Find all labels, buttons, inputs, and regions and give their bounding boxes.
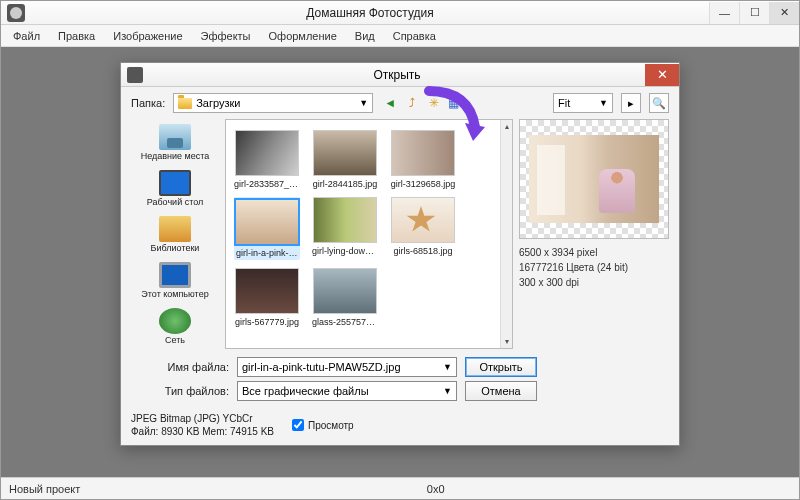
file-thumb[interactable]: girls-567779.jpg: [234, 268, 300, 327]
dialog-body: Папка: Загрузки ▼ ◄ ⤴ ✳ ▦▾ Fit ▼: [121, 87, 679, 445]
file-thumb[interactable]: girl-lying-down-...: [312, 197, 378, 260]
window-controls: — ☐ ✕: [709, 2, 799, 24]
up-icon[interactable]: ⤴: [403, 94, 421, 112]
file-thumb[interactable]: girls-68518.jpg: [390, 197, 456, 260]
folder-value: Загрузки: [196, 97, 240, 109]
workspace: Открыть ✕ Папка: Загрузки ▼ ◄ ⤴ ✳ ▦▾: [1, 47, 799, 477]
preview-checkbox-input[interactable]: [292, 419, 304, 431]
folder-label: Папка:: [131, 97, 165, 109]
meta-dimensions: 6500 x 3934 pixel: [519, 245, 669, 260]
desktop-icon: [159, 170, 191, 196]
file-thumb[interactable]: girl-2833587_192...: [234, 130, 300, 189]
preview-image: [529, 135, 659, 223]
meta-dpi: 300 x 300 dpi: [519, 275, 669, 290]
new-folder-icon[interactable]: ✳: [425, 94, 443, 112]
preview-tool-button[interactable]: 🔍: [649, 93, 669, 113]
view-mode-icon[interactable]: ▦▾: [447, 94, 465, 112]
menu-decor[interactable]: Оформление: [261, 28, 345, 44]
app-icon: [7, 4, 25, 22]
cancel-button[interactable]: Отмена: [465, 381, 537, 401]
thumb-image: [391, 130, 455, 176]
thumb-image: [235, 199, 299, 245]
thumb-image: [313, 130, 377, 176]
status-dimensions: 0x0: [427, 483, 445, 495]
place-recent[interactable]: Недавние места: [131, 121, 219, 165]
thumb-caption: girls-68518.jpg: [390, 246, 456, 256]
file-thumb[interactable]: glass-2557577_1...: [312, 268, 378, 327]
filename-rows: Имя файла: girl-in-a-pink-tutu-PMAW5ZD.j…: [131, 357, 669, 401]
thumb-image: [391, 197, 455, 243]
statusbar: Новый проект 0x0: [1, 477, 799, 499]
app-window: Домашняя Фотостудия — ☐ ✕ Файл Правка Из…: [0, 0, 800, 500]
thumb-image: [235, 268, 299, 314]
thumb-caption: girl-2844185.jpg: [312, 179, 378, 189]
open-dialog: Открыть ✕ Папка: Загрузки ▼ ◄ ⤴ ✳ ▦▾: [120, 62, 680, 446]
recent-icon: [159, 124, 191, 150]
place-network[interactable]: Сеть: [131, 305, 219, 349]
thumb-caption: girl-in-a-pink-tu...: [236, 248, 298, 258]
titlebar: Домашняя Фотостудия — ☐ ✕: [1, 1, 799, 25]
status-project: Новый проект: [9, 483, 80, 495]
menu-view[interactable]: Вид: [347, 28, 383, 44]
thumb-image: [313, 197, 377, 243]
thumb-image: [235, 130, 299, 176]
dialog-icon: [127, 67, 143, 83]
nav-toolbar: ◄ ⤴ ✳ ▦▾: [381, 94, 465, 112]
menu-file[interactable]: Файл: [5, 28, 48, 44]
menu-effects[interactable]: Эффекты: [193, 28, 259, 44]
network-icon: [159, 308, 191, 334]
preview-pane: 6500 x 3934 pixel 16777216 Цвета (24 bit…: [519, 119, 669, 349]
scrollbar-vertical[interactable]: ▴▾: [500, 120, 512, 348]
places-sidebar: Недавние места Рабочий стол Библиотеки Э…: [131, 119, 219, 349]
preview-box: [519, 119, 669, 239]
filename-input[interactable]: girl-in-a-pink-tutu-PMAW5ZD.jpg▼: [237, 357, 457, 377]
dialog-close-button[interactable]: ✕: [645, 64, 679, 86]
thumb-caption: girl-2833587_192...: [234, 179, 300, 189]
scroll-down-icon[interactable]: ▾: [505, 337, 509, 346]
place-libraries[interactable]: Библиотеки: [131, 213, 219, 257]
filetype-label: Тип файлов:: [131, 385, 229, 397]
menu-help[interactable]: Справка: [385, 28, 444, 44]
thumb-image: [313, 268, 377, 314]
status-format: JPEG Bitmap (JPG) YCbCr: [131, 413, 274, 424]
open-button[interactable]: Открыть: [465, 357, 537, 377]
file-thumb[interactable]: girl-2844185.jpg: [312, 130, 378, 189]
place-desktop[interactable]: Рабочий стол: [131, 167, 219, 211]
browser-row: Недавние места Рабочий стол Библиотеки Э…: [131, 119, 669, 349]
preview-checkbox[interactable]: Просмотр: [292, 419, 354, 431]
chevron-down-icon: ▼: [359, 98, 368, 108]
dialog-title: Открыть: [149, 68, 645, 82]
status-memory: Файл: 8930 KB Mem: 74915 KB: [131, 426, 274, 437]
menu-image[interactable]: Изображение: [105, 28, 190, 44]
dialog-titlebar: Открыть ✕: [121, 63, 679, 87]
back-icon[interactable]: ◄: [381, 94, 399, 112]
maximize-button[interactable]: ☐: [739, 2, 769, 24]
file-thumb[interactable]: girl-in-a-pink-tu...: [234, 197, 300, 260]
filetype-dropdown[interactable]: Все графические файлы▼: [237, 381, 457, 401]
thumb-caption: glass-2557577_1...: [312, 317, 378, 327]
preview-meta: 6500 x 3934 pixel 16777216 Цвета (24 bit…: [519, 245, 669, 290]
menubar: Файл Правка Изображение Эффекты Оформлен…: [1, 25, 799, 47]
folder-dropdown[interactable]: Загрузки ▼: [173, 93, 373, 113]
fit-label: Fit: [558, 97, 570, 109]
minimize-button[interactable]: —: [709, 2, 739, 24]
dialog-status: JPEG Bitmap (JPG) YCbCr Файл: 8930 KB Me…: [131, 407, 669, 437]
menu-edit[interactable]: Правка: [50, 28, 103, 44]
chevron-down-icon: ▼: [443, 362, 452, 372]
close-button[interactable]: ✕: [769, 2, 799, 24]
chevron-down-icon: ▼: [599, 98, 608, 108]
chevron-down-icon: ▼: [443, 386, 452, 396]
zoom-fit-dropdown[interactable]: Fit ▼: [553, 93, 613, 113]
app-title: Домашняя Фотостудия: [31, 6, 709, 20]
folder-row: Папка: Загрузки ▼ ◄ ⤴ ✳ ▦▾ Fit ▼: [131, 93, 669, 113]
expand-preview-button[interactable]: ▸: [621, 93, 641, 113]
filename-label: Имя файла:: [131, 361, 229, 373]
thumb-caption: girls-567779.jpg: [234, 317, 300, 327]
scroll-up-icon[interactable]: ▴: [505, 122, 509, 131]
folder-icon: [178, 98, 192, 109]
thumb-caption: girl-lying-down-...: [312, 246, 378, 256]
file-list[interactable]: girl-2833587_192...girl-2844185.jpggirl-…: [225, 119, 513, 349]
place-this-pc[interactable]: Этот компьютер: [131, 259, 219, 303]
meta-colors: 16777216 Цвета (24 bit): [519, 260, 669, 275]
file-thumb[interactable]: girl-3129658.jpg: [390, 130, 456, 189]
